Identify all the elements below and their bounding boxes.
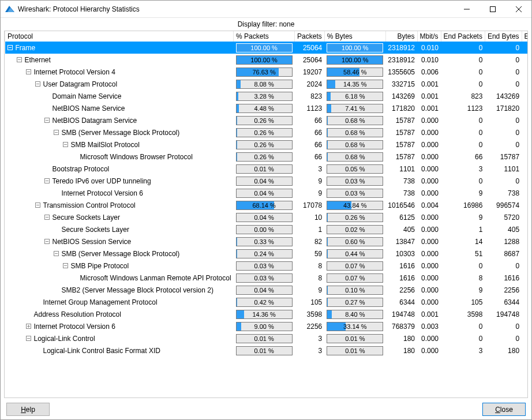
table-row[interactable]: NetBIOS Name Service4.48 %11237.41 %1718… (5, 102, 529, 114)
collapse-icon[interactable] (35, 81, 40, 87)
protocol-name: SMB MailSlot Protocol (71, 141, 140, 149)
table-row[interactable]: SMB (Server Message Block Protocol)0.24 … (5, 247, 529, 260)
bytes-value: 15787 (385, 151, 417, 163)
table-row[interactable]: Frame100.00 %25064100.00 %23189120.01000… (5, 42, 529, 54)
end-bytes-value: 1616 (485, 272, 522, 284)
table-row[interactable]: Logical-Link Control Basic Format XID0.0… (5, 344, 529, 357)
col-pct-bytes[interactable]: % Bytes (324, 31, 385, 42)
table-row[interactable]: Ethernet100.00 %25064100.00 %23189120.01… (5, 54, 529, 66)
table-row[interactable]: SMB2 (Server Message Block Protocol vers… (5, 284, 529, 296)
table-row[interactable]: Address Resolution Protocol14.36 %35988.… (5, 308, 529, 320)
protocol-name: Frame (16, 44, 36, 52)
collapse-icon[interactable] (26, 336, 31, 341)
col-protocol[interactable]: Protocol (5, 31, 234, 42)
pct-packets-bar: 0.26 % (236, 152, 293, 162)
collapse-icon[interactable] (26, 69, 31, 74)
col-mbits[interactable]: Mbit/s (417, 31, 441, 42)
table-row[interactable]: Internet Protocol Version 60.04 %90.03 %… (5, 187, 529, 199)
end-bytes-value: 1101 (485, 163, 522, 175)
table-row[interactable]: SMB Pipe Protocol0.03 %80.07 %16160.0000… (5, 260, 529, 272)
table-row[interactable]: Secure Sockets Layer0.04 %100.26 %61250.… (5, 211, 529, 223)
table-row[interactable]: Domain Name Service3.28 %8236.18 %143269… (5, 90, 529, 102)
collapse-icon[interactable] (17, 57, 22, 62)
protocol-table[interactable]: Protocol % Packets Packets % Bytes Bytes… (5, 31, 528, 357)
col-bytes[interactable]: Bytes (385, 31, 417, 42)
bytes-value: 738 (385, 187, 417, 199)
table-row[interactable]: Microsoft Windows Browser Protocol0.26 %… (5, 151, 529, 163)
end-mbits-value: 0.000 (522, 175, 528, 187)
col-packets[interactable]: Packets (295, 31, 325, 42)
table-row[interactable]: User Datagram Protocol8.08 %202414.35 %3… (5, 78, 529, 90)
table-row[interactable]: Transmission Control Protocol68.14 %1707… (5, 199, 529, 211)
collapse-icon[interactable] (63, 263, 68, 268)
help-button[interactable]: Help (6, 403, 50, 416)
protocol-name: NetBIOS Datagram Service (53, 117, 137, 125)
collapse-icon[interactable] (44, 239, 50, 244)
packets-value: 66 (295, 138, 325, 151)
close-button[interactable] (505, 1, 531, 17)
collapse-icon[interactable] (44, 178, 50, 183)
collapse-icon[interactable] (54, 251, 59, 256)
end-packets-value: 3 (441, 163, 485, 175)
protocol-name: Teredo IPv6 over UDP tunneling (53, 177, 151, 185)
table-row[interactable]: Internet Group Management Protocol0.42 %… (5, 296, 529, 308)
table-row[interactable]: NetBIOS Session Service0.33 %820.60 %138… (5, 235, 529, 247)
close-dialog-button[interactable]: Close (482, 403, 526, 416)
table-row[interactable]: NetBIOS Datagram Service0.26 %660.68 %15… (5, 114, 529, 126)
table-row[interactable]: SMB (Server Message Block Protocol)0.26 … (5, 126, 529, 138)
collapse-icon[interactable] (8, 45, 13, 50)
table-row[interactable]: Bootstrap Protocol0.01 %30.05 %11010.000… (5, 163, 529, 175)
end-bytes-value: 0 (485, 54, 522, 66)
display-filter-label: Display filter: none (1, 18, 531, 31)
protocol-name: Internet Protocol Version 6 (62, 189, 143, 197)
end-bytes-value: 0 (485, 78, 522, 90)
pct-packets-bar: 0.42 % (236, 298, 293, 307)
table-row[interactable]: Microsoft Windows Lanman Remote API Prot… (5, 272, 529, 284)
end-mbits-value: 0.000 (522, 211, 528, 223)
pct-bytes-bar: 0.26 % (327, 213, 383, 222)
end-packets-value: 0 (441, 175, 485, 187)
end-packets-value: 51 (441, 247, 485, 260)
collapse-icon[interactable] (54, 130, 59, 135)
collapse-icon[interactable] (44, 118, 50, 123)
table-row[interactable]: SMB MailSlot Protocol0.26 %660.68 %15787… (5, 138, 529, 151)
packets-value: 2256 (295, 320, 325, 332)
minimize-button[interactable] (454, 1, 479, 17)
end-packets-value: 16986 (441, 199, 485, 211)
protocol-name: Ethernet (25, 56, 51, 64)
pct-packets-bar: 9.00 % (236, 322, 293, 331)
collapse-icon[interactable] (63, 142, 68, 147)
table-row[interactable]: Internet Protocol Version 69.00 %225633.… (5, 320, 529, 332)
mbits-value: 0.000 (417, 332, 441, 344)
table-row[interactable]: Internet Protocol Version 476.63 %192075… (5, 66, 529, 78)
bytes-value: 1016546 (385, 199, 417, 211)
col-pct-packets[interactable]: % Packets (234, 31, 295, 42)
table-row[interactable]: Secure Sockets Layer0.00 %10.02 %4050.00… (5, 223, 529, 235)
expand-icon[interactable] (26, 324, 31, 329)
collapse-icon[interactable] (35, 202, 40, 208)
packets-value: 8 (295, 260, 325, 272)
end-packets-value: 9 (441, 211, 485, 223)
end-packets-value: 9 (441, 284, 485, 296)
pct-bytes-bar: 0.05 % (327, 164, 383, 174)
mbits-value: 0.004 (417, 199, 441, 211)
end-mbits-value: 0.000 (522, 284, 528, 296)
end-mbits-value: 0.000 (522, 66, 528, 78)
col-end-packets[interactable]: End Packets (441, 31, 485, 42)
pct-bytes-bar: 14.35 % (327, 80, 383, 89)
bytes-value: 13847 (385, 235, 417, 247)
maximize-button[interactable] (479, 1, 505, 17)
pct-packets-bar: 100.00 % (236, 43, 293, 52)
packets-value: 823 (295, 90, 325, 102)
protocol-name: Transmission Control Protocol (43, 201, 136, 209)
table-row[interactable]: Logical-Link Control0.01 %30.01 %1800.00… (5, 332, 529, 344)
col-end-bytes[interactable]: End Bytes (485, 31, 522, 42)
col-end-mbits[interactable]: End Mbit/s (522, 31, 528, 42)
end-bytes-value: 0 (485, 114, 522, 126)
end-mbits-value: 0.004 (522, 199, 528, 211)
collapse-icon[interactable] (44, 215, 50, 220)
pct-bytes-bar: 0.60 % (327, 237, 383, 246)
bytes-value: 1616 (385, 260, 417, 272)
table-row[interactable]: Teredo IPv6 over UDP tunneling0.04 %90.0… (5, 175, 529, 187)
mbits-value: 0.001 (417, 90, 441, 102)
